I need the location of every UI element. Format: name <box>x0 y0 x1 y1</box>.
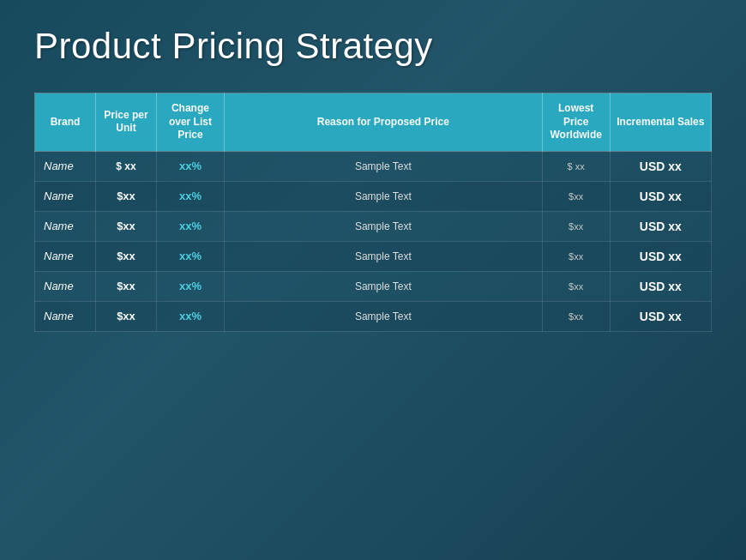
cell-incremental-sales: USD xx <box>610 271 711 301</box>
cell-brand: Name <box>35 271 96 301</box>
cell-brand: Name <box>35 301 96 331</box>
cell-reason-for-proposed-price: Sample Text <box>224 151 542 181</box>
cell-lowest-price-worldwide: $xx <box>542 301 610 331</box>
cell-change-over-list-price: xx% <box>157 181 225 211</box>
header-reason-for-proposed-price: Reason for Proposed Price <box>224 93 542 152</box>
table-row: Name$xxxx%Sample Text$xxUSD xx <box>35 271 712 301</box>
cell-incremental-sales: USD xx <box>610 181 711 211</box>
cell-price-per-unit: $xx <box>96 271 157 301</box>
cell-brand: Name <box>35 181 96 211</box>
cell-lowest-price-worldwide: $xx <box>542 271 610 301</box>
cell-price-per-unit: $xx <box>96 301 157 331</box>
table-row: Name$xxxx%Sample Text$xxUSD xx <box>35 211 712 241</box>
table-row: Name$xxxx%Sample Text$xxUSD xx <box>35 301 712 331</box>
cell-reason-for-proposed-price: Sample Text <box>224 241 542 271</box>
header-price-per-unit: Price per Unit <box>96 93 157 152</box>
cell-price-per-unit: $ xx <box>96 151 157 181</box>
cell-reason-for-proposed-price: Sample Text <box>224 271 542 301</box>
cell-brand: Name <box>35 211 96 241</box>
cell-brand: Name <box>35 241 96 271</box>
header-brand: Brand <box>35 93 96 152</box>
cell-change-over-list-price: xx% <box>157 301 225 331</box>
table-header-row: Brand Price per Unit Change over List Pr… <box>35 93 712 152</box>
cell-lowest-price-worldwide: $xx <box>542 241 610 271</box>
cell-change-over-list-price: xx% <box>157 211 225 241</box>
header-change-over-list-price: Change over List Price <box>157 93 225 152</box>
cell-price-per-unit: $xx <box>96 211 157 241</box>
cell-change-over-list-price: xx% <box>157 271 225 301</box>
cell-lowest-price-worldwide: $xx <box>542 181 610 211</box>
cell-incremental-sales: USD xx <box>610 211 711 241</box>
cell-brand: Name <box>35 151 96 181</box>
cell-price-per-unit: $xx <box>96 181 157 211</box>
pricing-table: Brand Price per Unit Change over List Pr… <box>34 93 712 332</box>
page-content: Product Pricing Strategy Brand Price per… <box>0 0 746 349</box>
cell-reason-for-proposed-price: Sample Text <box>224 211 542 241</box>
pricing-table-wrapper: Brand Price per Unit Change over List Pr… <box>34 93 712 332</box>
cell-lowest-price-worldwide: $xx <box>542 211 610 241</box>
header-incremental-sales: Incremental Sales <box>610 93 711 152</box>
cell-incremental-sales: USD xx <box>610 301 711 331</box>
cell-incremental-sales: USD xx <box>610 151 711 181</box>
cell-change-over-list-price: xx% <box>157 151 225 181</box>
table-row: Name$xxxx%Sample Text$xxUSD xx <box>35 181 712 211</box>
cell-incremental-sales: USD xx <box>610 241 711 271</box>
cell-price-per-unit: $xx <box>96 241 157 271</box>
table-row: Name$ xxxx%Sample Text$ xxUSD xx <box>35 151 712 181</box>
cell-reason-for-proposed-price: Sample Text <box>224 181 542 211</box>
table-row: Name$xxxx%Sample Text$xxUSD xx <box>35 241 712 271</box>
header-lowest-price-worldwide: Lowest Price Worldwide <box>542 93 610 152</box>
cell-reason-for-proposed-price: Sample Text <box>224 301 542 331</box>
cell-lowest-price-worldwide: $ xx <box>542 151 610 181</box>
page-title: Product Pricing Strategy <box>34 26 712 67</box>
cell-change-over-list-price: xx% <box>157 241 225 271</box>
